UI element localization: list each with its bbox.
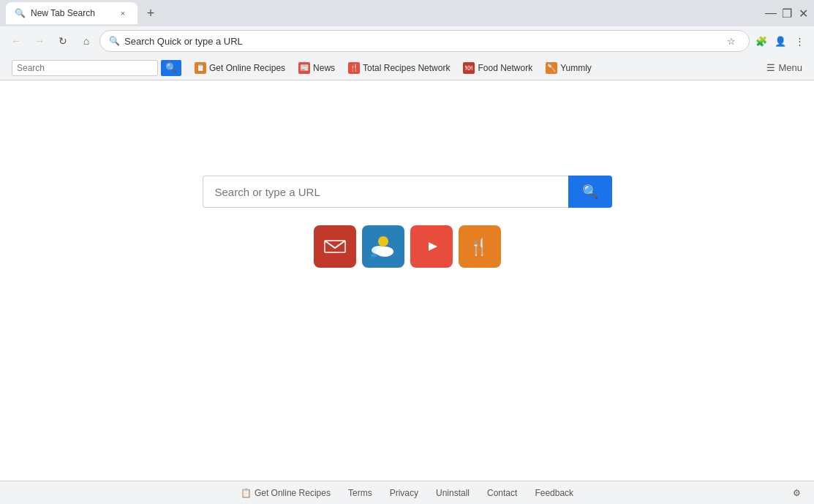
- footer-link-uninstall[interactable]: Uninstall: [436, 488, 470, 498]
- youtube-icon: [418, 237, 445, 256]
- footer-label-uninstall: Uninstall: [436, 488, 470, 498]
- bookmark-favicon-news: 📰: [298, 62, 310, 74]
- quick-link-youtube[interactable]: [410, 225, 453, 268]
- tab-close-button[interactable]: ×: [117, 7, 129, 19]
- footer-label-terms: Terms: [348, 488, 372, 498]
- address-bar-actions: ☆: [723, 32, 740, 50]
- menu-button[interactable]: ☰ Menu: [761, 59, 808, 76]
- footer-label-privacy: Privacy: [390, 488, 418, 498]
- bookmark-item-food-network[interactable]: 🍽 Food Network: [457, 59, 538, 77]
- bookmark-item-news[interactable]: 📰 News: [293, 59, 341, 77]
- svg-point-4: [376, 247, 393, 257]
- center-search-box: 🔍: [203, 176, 612, 208]
- recipes-icon: 🍴: [465, 232, 494, 261]
- address-bar-value: Search Quick or type a URL: [124, 36, 718, 47]
- close-button[interactable]: ✕: [798, 8, 808, 18]
- footer-label-get-online-recipes: Get Online Recipes: [255, 488, 331, 498]
- center-search-button[interactable]: 🔍: [568, 176, 612, 208]
- bookmark-item-yummly[interactable]: 🥄 Yummly: [540, 59, 598, 77]
- bookmark-search-button[interactable]: 🔍: [161, 60, 181, 76]
- address-bar[interactable]: 🔍 Search Quick or type a URL ☆: [99, 30, 750, 52]
- svg-text:🍴: 🍴: [469, 237, 489, 257]
- bookmark-label-total-recipes: Total Recipes Network: [363, 63, 450, 73]
- footer: 📋 Get Online Recipes Terms Privacy Unins…: [0, 481, 814, 504]
- bookmark-item-get-online-recipes[interactable]: 📋 Get Online Recipes: [189, 59, 291, 77]
- menu-label: Menu: [778, 62, 802, 73]
- quick-link-gmail[interactable]: [314, 225, 356, 268]
- minimize-button[interactable]: —: [766, 8, 776, 18]
- bookmark-favicon-get-online-recipes: 📋: [195, 62, 206, 74]
- title-bar: 🔍 New Tab Search × + — ❐ ✕: [0, 0, 814, 26]
- new-tab-button[interactable]: +: [140, 3, 161, 23]
- svg-point-2: [378, 236, 388, 247]
- tab-title: New Tab Search: [31, 8, 95, 18]
- home-button[interactable]: ⌂: [76, 31, 97, 51]
- weather-icon: 🌧: [369, 234, 398, 259]
- svg-text:🌧: 🌧: [370, 251, 378, 259]
- extensions-button[interactable]: 🧩: [753, 32, 770, 50]
- refresh-button[interactable]: ↻: [53, 31, 73, 51]
- address-bar-search-icon: 🔍: [109, 36, 120, 46]
- footer-link-terms[interactable]: Terms: [348, 488, 372, 498]
- maximize-button[interactable]: ❐: [782, 8, 792, 18]
- bookmark-label-get-online-recipes: Get Online Recipes: [209, 63, 285, 73]
- footer-label-feedback: Feedback: [535, 488, 573, 498]
- chrome-actions: 🧩 👤 ⋮: [753, 32, 808, 50]
- settings-icon: ⚙: [793, 488, 801, 498]
- window-controls: — ❐ ✕: [766, 8, 808, 18]
- bookmark-favicon-food-network: 🍽: [463, 62, 475, 74]
- profile-button[interactable]: 👤: [772, 32, 789, 50]
- back-button[interactable]: ←: [6, 31, 26, 51]
- bookmark-item-total-recipes[interactable]: 🍴 Total Recipes Network: [342, 59, 456, 77]
- bookmark-search-area: 🔍: [6, 57, 187, 79]
- bookmark-label-news: News: [313, 63, 335, 73]
- menu-icon: ☰: [766, 62, 775, 73]
- quick-links: 🌧 🍴: [314, 225, 501, 268]
- footer-recipes-icon: 📋: [241, 488, 252, 498]
- address-bar-row: ← → ↻ ⌂ 🔍 Search Quick or type a URL ☆ 🧩…: [0, 26, 814, 56]
- bookmark-favicon-yummly: 🥄: [546, 62, 557, 74]
- footer-link-get-online-recipes[interactable]: 📋 Get Online Recipes: [241, 488, 331, 498]
- more-menu-button[interactable]: ⋮: [791, 32, 808, 50]
- quick-link-recipes[interactable]: 🍴: [459, 225, 501, 268]
- main-content: 🔍 🌧: [0, 80, 814, 481]
- footer-link-feedback[interactable]: Feedback: [535, 488, 573, 498]
- footer-link-privacy[interactable]: Privacy: [390, 488, 418, 498]
- center-search-icon: 🔍: [582, 184, 598, 200]
- bookmark-search-input[interactable]: [12, 60, 158, 76]
- footer-label-contact: Contact: [487, 488, 517, 498]
- active-tab[interactable]: 🔍 New Tab Search ×: [6, 2, 137, 24]
- footer-settings-button[interactable]: ⚙: [788, 484, 805, 502]
- center-search-input[interactable]: [203, 176, 568, 208]
- quick-link-weather[interactable]: 🌧: [362, 225, 404, 268]
- tab-favicon: 🔍: [15, 8, 25, 18]
- footer-link-contact[interactable]: Contact: [487, 488, 517, 498]
- bookmarks-bar: 🔍 📋 Get Online Recipes 📰 News 🍴 Total Re…: [0, 56, 814, 80]
- bookmark-label-yummly: Yummly: [560, 63, 592, 73]
- bookmark-favicon-total-recipes: 🍴: [348, 62, 360, 74]
- bookmark-label-food-network: Food Network: [478, 63, 532, 73]
- gmail-icon: [323, 238, 347, 255]
- forward-button[interactable]: →: [29, 31, 50, 51]
- bookmark-star-button[interactable]: ☆: [723, 32, 740, 50]
